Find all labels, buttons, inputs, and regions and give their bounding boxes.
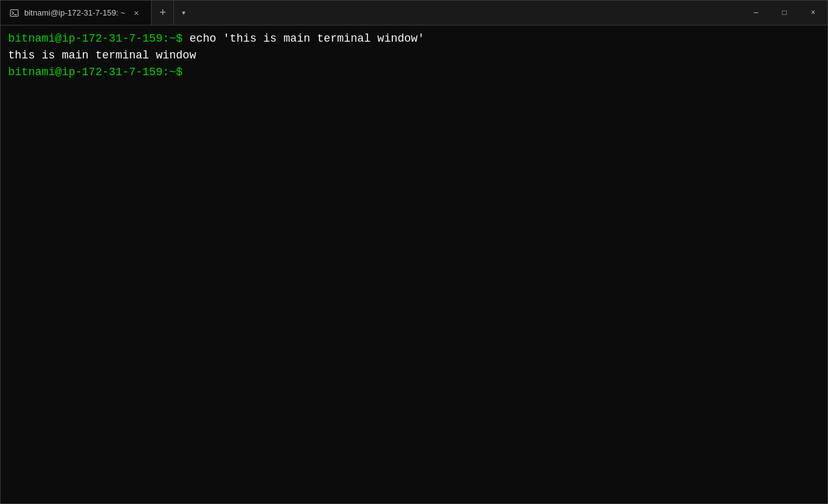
terminal-line-1: bitnami@ip-172-31-7-159:~$ echo 'this is… xyxy=(8,30,820,47)
window-controls: ─ □ × xyxy=(742,1,827,25)
svg-rect-0 xyxy=(11,9,18,16)
tab-area: bitnami@ip-172-31-7-159: ~ × + ▾ xyxy=(1,1,742,25)
tab-dropdown-button[interactable]: ▾ xyxy=(174,1,193,25)
terminal-icon xyxy=(9,8,19,18)
command-1: echo 'this is main terminal window' xyxy=(183,30,425,47)
terminal-window: bitnami@ip-172-31-7-159: ~ × + ▾ ─ □ × xyxy=(0,0,828,504)
maximize-button[interactable]: □ xyxy=(770,1,799,25)
cursor xyxy=(183,64,190,81)
tab-title: bitnami@ip-172-31-7-159: ~ xyxy=(24,8,125,17)
terminal-line-2: this is main terminal window xyxy=(8,47,820,64)
output-1: this is main terminal window xyxy=(8,47,196,64)
active-tab[interactable]: bitnami@ip-172-31-7-159: ~ × xyxy=(1,1,152,25)
new-tab-button[interactable]: + xyxy=(152,1,174,25)
prompt-2: bitnami@ip-172-31-7-159:~$ xyxy=(8,64,183,81)
terminal-line-3: bitnami@ip-172-31-7-159:~$ xyxy=(8,64,820,81)
title-bar: bitnami@ip-172-31-7-159: ~ × + ▾ ─ □ × xyxy=(1,1,827,25)
tab-close-button[interactable]: × xyxy=(130,7,142,19)
terminal-body[interactable]: bitnami@ip-172-31-7-159:~$ echo 'this is… xyxy=(1,25,827,503)
minimize-button[interactable]: ─ xyxy=(742,1,770,25)
window-close-button[interactable]: × xyxy=(799,1,827,25)
prompt-1: bitnami@ip-172-31-7-159:~$ xyxy=(8,30,183,47)
